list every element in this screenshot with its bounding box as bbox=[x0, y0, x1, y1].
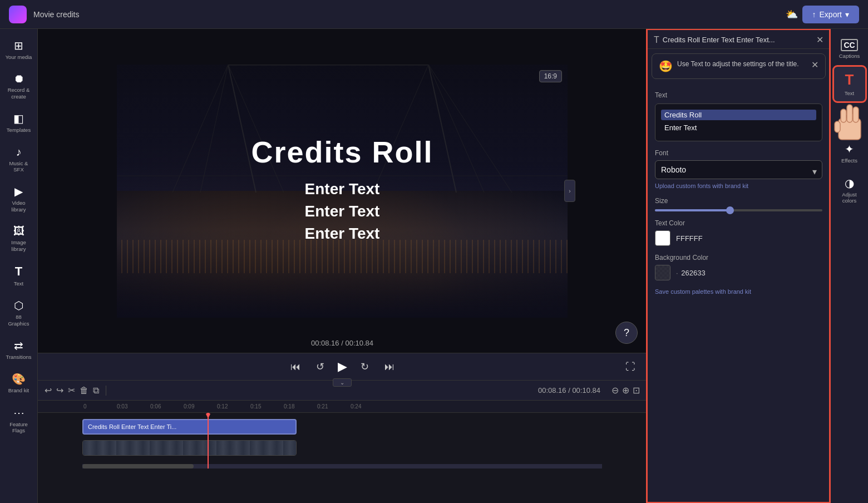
ruler-mark-9: 0:09 bbox=[183, 403, 216, 410]
ruler-mark-6: 0:06 bbox=[149, 403, 183, 410]
zoom-in-button[interactable]: ⊕ bbox=[622, 385, 629, 396]
graphics-icon: ⬡ bbox=[14, 299, 23, 312]
far-right-captions[interactable]: CC Captions bbox=[833, 33, 866, 65]
templates-icon: ◧ bbox=[13, 112, 24, 125]
text-line-credits-roll[interactable]: Credits Roll bbox=[661, 110, 816, 120]
fit-button[interactable]: ⊡ bbox=[633, 385, 640, 396]
image-library-label: Image library bbox=[6, 239, 32, 252]
text-tool-icon: T bbox=[845, 71, 854, 88]
text-section-label: Text bbox=[655, 91, 822, 99]
main-area: ⊞ Your media ⏺ Record &create ◧ Template… bbox=[0, 29, 868, 503]
redo-button[interactable]: ↪ bbox=[56, 385, 63, 396]
sidebar-item-your-media[interactable]: ⊞ Your media bbox=[2, 33, 36, 66]
timeline-ruler: 0 0:03 0:06 0:09 0:12 0:15 0:18 0:21 0:2… bbox=[38, 401, 647, 413]
text-color-row: FFFFFF bbox=[655, 230, 822, 246]
play-button[interactable]: ▶ bbox=[338, 359, 347, 374]
save-icon[interactable]: ⛅ bbox=[786, 8, 798, 21]
playhead[interactable] bbox=[208, 413, 209, 469]
text-label: Text bbox=[14, 280, 23, 287]
sidebar-item-transitions[interactable]: ⇄ Transitions bbox=[2, 333, 36, 366]
playback-controls: 00:08.16 / 00:10.84 ⏮ ↺ ▶ ↻ ⏭ ⛶ ⌄ bbox=[38, 353, 647, 381]
scrollbar-thumb[interactable] bbox=[82, 464, 194, 469]
size-slider-thumb[interactable] bbox=[726, 206, 734, 214]
sidebar-item-brand-kit[interactable]: 🎨 Brand kit bbox=[2, 367, 36, 399]
export-icon: ↑ bbox=[812, 10, 816, 19]
text-tool-label: Text bbox=[845, 90, 854, 96]
sidebar-item-music[interactable]: ♪ Music & SFX bbox=[2, 140, 36, 179]
ruler-mark-12: 0:12 bbox=[216, 403, 249, 410]
music-label: Music & SFX bbox=[6, 160, 32, 173]
skip-forward-button[interactable]: ⏭ bbox=[382, 359, 397, 375]
text-clip[interactable]: Credits Roll Enter Text Enter Ti... bbox=[82, 419, 297, 435]
tooltip-close-button[interactable]: ✕ bbox=[811, 60, 818, 70]
sidebar-item-feature-flags[interactable]: ⋯ Feature Flags bbox=[2, 401, 36, 440]
toolbar-divider bbox=[106, 386, 106, 396]
sidebar-item-video-library[interactable]: ▶ Video library bbox=[2, 179, 36, 218]
font-upload-link[interactable]: Upload custom fonts with brand kit bbox=[655, 183, 822, 189]
captions-icon: CC bbox=[841, 39, 857, 51]
text-input-area[interactable]: Credits Roll Enter Text bbox=[655, 103, 822, 141]
forward-button[interactable]: ↻ bbox=[358, 358, 371, 375]
ruler-mark-24: 0:24 bbox=[349, 403, 383, 410]
ruler-marks: 0 0:03 0:06 0:09 0:12 0:15 0:18 0:21 0:2… bbox=[82, 403, 383, 410]
video-clip[interactable] bbox=[82, 440, 297, 456]
cut-button[interactable]: ✂ bbox=[68, 385, 75, 396]
aspect-ratio-badge[interactable]: 16:9 bbox=[539, 70, 562, 82]
fade-label: Fade bbox=[844, 124, 856, 130]
right-panel: T Credits Roll Enter Text Enter Text... … bbox=[647, 29, 830, 503]
delete-button[interactable]: 🗑 bbox=[80, 386, 88, 396]
far-right-fade[interactable]: ◑ Fade bbox=[833, 103, 866, 136]
fade-icon: ◑ bbox=[845, 109, 854, 122]
video-library-label: Video library bbox=[6, 200, 32, 213]
brand-kit-label: Brand kit bbox=[8, 387, 29, 393]
music-icon: ♪ bbox=[16, 146, 22, 159]
clip-label: Credits Roll Enter Text Enter Ti... bbox=[88, 423, 176, 430]
expand-down-button[interactable]: ⌄ bbox=[333, 378, 352, 387]
app-logo bbox=[9, 6, 27, 23]
fullscreen-button[interactable]: ⛶ bbox=[623, 359, 638, 375]
timeline-scrollbar[interactable] bbox=[82, 464, 602, 469]
clip-thumbnail bbox=[83, 441, 296, 455]
bg-color-swatch[interactable] bbox=[655, 265, 670, 280]
export-button[interactable]: ↑ Export ▾ bbox=[802, 6, 859, 23]
your-media-label: Your media bbox=[6, 54, 32, 60]
far-right-effects[interactable]: ✦ Effects bbox=[833, 137, 866, 169]
zoom-out-button[interactable]: ⊖ bbox=[611, 385, 619, 396]
text-color-swatch[interactable] bbox=[655, 230, 670, 246]
sidebar-item-graphics[interactable]: ⬡ 88 Graphics bbox=[2, 293, 36, 332]
skip-back-button[interactable]: ⏮ bbox=[288, 359, 303, 375]
close-panel-button[interactable]: ✕ bbox=[816, 34, 823, 45]
sidebar-item-text[interactable]: T Text bbox=[2, 259, 36, 292]
ruler-mark-0: 0 bbox=[82, 403, 116, 410]
timeline-tracks: Credits Roll Enter Text Enter Ti... bbox=[38, 413, 647, 464]
far-right-text[interactable]: T Text bbox=[833, 66, 866, 102]
sidebar-item-templates[interactable]: ◧ Templates bbox=[2, 106, 36, 139]
duplicate-button[interactable]: ⧉ bbox=[93, 386, 99, 396]
font-select[interactable]: Roboto Arial Georgia bbox=[655, 160, 822, 179]
video-canvas: Credits Roll Enter Text Enter Text Enter… bbox=[117, 65, 568, 318]
right-collapse-button[interactable]: › bbox=[564, 180, 575, 202]
rewind-button[interactable]: ↺ bbox=[314, 358, 327, 375]
text-color-hex: FFFFFF bbox=[676, 234, 703, 243]
enter-text-line-1: Enter Text bbox=[140, 180, 545, 198]
far-right-adjust-colors[interactable]: ◑ Adjust colors bbox=[833, 171, 866, 210]
enter-text-line-2: Enter Text bbox=[140, 203, 545, 220]
undo-button[interactable]: ↩ bbox=[45, 385, 52, 396]
project-title: Movie credits bbox=[33, 10, 79, 19]
save-palette-link[interactable]: Save custom palettes with brand kit bbox=[655, 288, 822, 295]
effects-icon: ✦ bbox=[845, 142, 854, 156]
video-preview: Credits Roll Enter Text Enter Text Enter… bbox=[38, 29, 647, 353]
bg-color-row: · 262633 bbox=[655, 265, 822, 280]
export-chevron-icon: ▾ bbox=[845, 10, 849, 19]
feature-flags-label: Feature Flags bbox=[6, 421, 32, 434]
your-media-icon: ⊞ bbox=[14, 39, 23, 52]
templates-label: Templates bbox=[7, 127, 31, 133]
timeline-time-display: 00:08.16 / 00:10.84 bbox=[538, 386, 600, 394]
help-button[interactable]: ? bbox=[615, 322, 638, 344]
size-slider[interactable] bbox=[655, 209, 822, 211]
sidebar-item-record[interactable]: ⏺ Record &create bbox=[2, 67, 36, 105]
video-track-row bbox=[82, 438, 647, 457]
sidebar-item-image-library[interactable]: 🖼 Image library bbox=[2, 219, 36, 258]
timeline-content: 0 0:03 0:06 0:09 0:12 0:15 0:18 0:21 0:2… bbox=[38, 401, 647, 503]
text-line-enter-text[interactable]: Enter Text bbox=[661, 122, 816, 133]
